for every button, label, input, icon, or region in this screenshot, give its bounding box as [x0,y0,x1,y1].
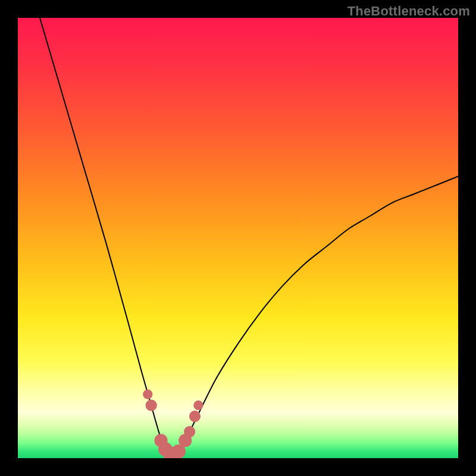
watermark-text: TheBottleneck.com [347,4,470,19]
marker-dot [193,400,203,410]
marker-dot [143,390,152,399]
marker-dot [184,426,195,437]
bottleneck-chart [18,18,458,458]
gradient-background [18,18,458,458]
marker-dot [146,400,157,411]
plot-area [18,18,458,458]
chart-frame: TheBottleneck.com [0,0,476,476]
marker-dot [189,411,201,422]
